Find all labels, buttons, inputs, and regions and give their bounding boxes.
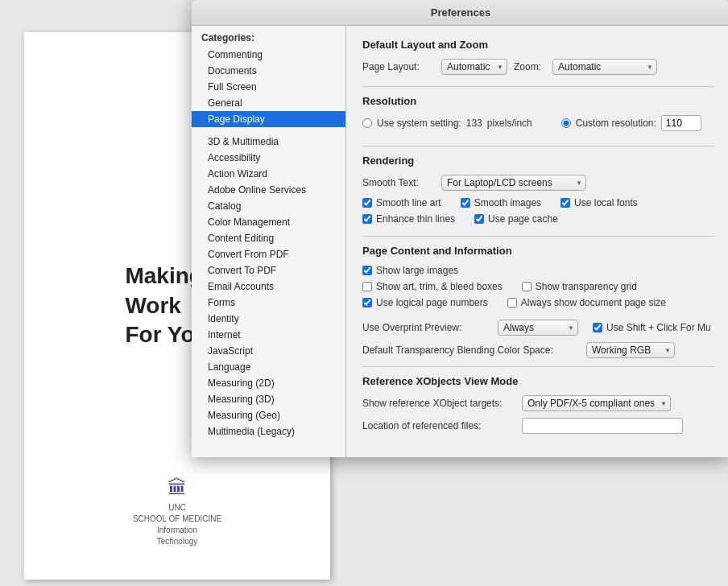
use-page-cache-item: Use page cache <box>474 213 558 225</box>
page-layout-select[interactable]: Automatic <box>441 59 507 75</box>
show-transparency-item: Show transparency grid <box>522 281 637 292</box>
use-page-cache-label: Use page cache <box>488 213 558 225</box>
always-show-page-size-label: Always show document page size <box>521 297 666 308</box>
page-content-row2: Show art, trim, & bleed boxes Show trans… <box>362 281 714 292</box>
bottom-category-list: 3D & Multimedia Accessibility Action Wiz… <box>192 134 345 440</box>
title-line2: Work <box>125 293 181 318</box>
use-shift-checkbox[interactable] <box>593 323 602 332</box>
use-logical-page-item: Use logical page numbers <box>362 297 488 308</box>
show-targets-row: Show reference XObject targets: Only PDF… <box>362 395 714 411</box>
divider-4 <box>362 366 714 367</box>
overprint-select[interactable]: Always <box>498 320 578 336</box>
zoom-select-wrapper: Automatic <box>552 59 657 75</box>
sidebar-item-measuring-3d[interactable]: Measuring (3D) <box>192 391 345 407</box>
custom-resolution-label: Custom resolution: <box>576 118 656 129</box>
use-system-radio[interactable] <box>362 118 372 128</box>
show-transparency-label: Show transparency grid <box>536 281 637 292</box>
smooth-text-select-wrapper: For Laptop/LCD screens <box>441 175 586 191</box>
sidebar-item-action-wizard[interactable]: Action Wizard <box>192 166 345 182</box>
preferences-titlebar: Preferences <box>192 0 728 26</box>
layout-zoom-title: Default Layout and Zoom <box>362 39 714 51</box>
sidebar-item-measuring-2d[interactable]: Measuring (2D) <box>192 375 345 391</box>
page-layout-label: Page Layout: <box>362 61 435 72</box>
sidebar-item-convert-to-pdf[interactable]: Convert To PDF <box>192 262 345 279</box>
enhance-thin-lines-label: Enhance thin lines <box>376 213 455 225</box>
sidebar-item-3d-multimedia[interactable]: 3D & Multimedia <box>192 134 345 150</box>
show-large-images-label: Show large images <box>376 265 458 276</box>
sidebar-item-catalog[interactable]: Catalog <box>192 198 345 214</box>
rendering-title: Rendering <box>362 155 714 167</box>
sidebar-item-page-display[interactable]: Page Display <box>192 111 345 127</box>
smooth-text-label: Smooth Text: <box>362 177 435 188</box>
zoom-select[interactable]: Automatic <box>552 59 657 75</box>
location-row: Location of referenced files: <box>362 418 714 434</box>
document-logo: 🏛 UNCSCHOOL OF MEDICINEInformationTechno… <box>133 477 221 547</box>
custom-resolution-input[interactable] <box>661 115 701 131</box>
show-large-images-checkbox[interactable] <box>362 266 372 275</box>
unc-logo-icon: 🏛 <box>168 477 187 499</box>
enhance-thin-lines-checkbox[interactable] <box>362 214 372 224</box>
use-page-cache-checkbox[interactable] <box>474 214 484 224</box>
transparency-select[interactable]: Working RGB <box>586 342 675 358</box>
preferences-body: Categories: Commenting Documents Full Sc… <box>192 26 728 457</box>
sidebar-item-language[interactable]: Language <box>192 359 345 375</box>
page-layout-select-wrapper: Automatic <box>441 59 507 75</box>
transparency-select-wrapper: Working RGB <box>586 342 675 358</box>
use-logical-page-checkbox[interactable] <box>362 298 372 307</box>
page-content-row1: Show large images <box>362 265 714 276</box>
show-targets-label: Show reference XObject targets: <box>362 398 515 409</box>
enhance-thin-lines-item: Enhance thin lines <box>362 213 455 225</box>
use-local-fonts-label: Use local fonts <box>574 197 638 208</box>
always-show-page-size-item: Always show document page size <box>507 297 666 308</box>
use-local-fonts-checkbox[interactable] <box>560 198 570 208</box>
show-art-trim-item: Show art, trim, & bleed boxes <box>362 281 503 292</box>
sidebar-item-accessibility[interactable]: Accessibility <box>192 150 345 166</box>
always-show-page-size-checkbox[interactable] <box>507 298 517 307</box>
smooth-images-item: Smooth images <box>461 197 541 208</box>
show-targets-select[interactable]: Only PDF/X-5 compliant ones <box>522 395 671 411</box>
use-logical-page-label: Use logical page numbers <box>376 297 488 308</box>
sidebar-item-full-screen[interactable]: Full Screen <box>192 79 345 95</box>
sidebar-item-identity[interactable]: Identity <box>192 311 345 327</box>
preferences-content: Default Layout and Zoom Page Layout: Aut… <box>346 26 728 457</box>
sidebar-item-general[interactable]: General <box>192 95 345 111</box>
reference-xobjects-section: Reference XObjects View Mode Show refere… <box>362 375 714 434</box>
sidebar-item-multimedia-legacy[interactable]: Multimedia (Legacy) <box>192 423 345 440</box>
sidebar-item-convert-from-pdf[interactable]: Convert From PDF <box>192 246 345 262</box>
use-shift-label: Use Shift + Click For Mu <box>606 322 711 333</box>
divider-2 <box>362 146 714 146</box>
show-large-images-item: Show large images <box>362 265 458 276</box>
pixels-label: pixels/inch <box>487 118 532 129</box>
location-input[interactable] <box>522 418 683 434</box>
divider-1 <box>362 86 714 87</box>
sidebar-item-internet[interactable]: Internet <box>192 327 345 343</box>
overprint-row: Use Overprint Preview: Always Use Shift … <box>362 320 714 336</box>
sidebar-item-commenting[interactable]: Commenting <box>192 47 345 63</box>
sidebar-item-email-accounts[interactable]: Email Accounts <box>192 279 345 295</box>
sidebar-header: Categories: <box>192 26 345 47</box>
show-transparency-checkbox[interactable] <box>522 282 532 291</box>
sidebar-item-javascript[interactable]: JavaScript <box>192 343 345 359</box>
resolution-title: Resolution <box>362 95 714 107</box>
use-local-fonts-item: Use local fonts <box>560 197 638 208</box>
smooth-text-select[interactable]: For Laptop/LCD screens <box>441 175 586 191</box>
sidebar-item-color-management[interactable]: Color Management <box>192 214 345 230</box>
use-system-radio-group: Use system setting: 133 pixels/inch <box>362 118 532 129</box>
smooth-line-art-checkbox[interactable] <box>362 198 372 208</box>
window-title: Preferences <box>431 6 490 19</box>
overprint-select-wrapper: Always <box>498 320 578 336</box>
show-art-trim-checkbox[interactable] <box>362 282 372 291</box>
rendering-section: Rendering Smooth Text: For Laptop/LCD sc… <box>362 155 714 225</box>
sidebar-item-adobe-online[interactable]: Adobe Online Services <box>192 182 345 198</box>
sidebar-item-documents[interactable]: Documents <box>192 63 345 79</box>
resolution-row: Use system setting: 133 pixels/inch Cust… <box>362 115 714 134</box>
sidebar-item-measuring-geo[interactable]: Measuring (Geo) <box>192 407 345 423</box>
custom-resolution-radio[interactable] <box>561 118 571 128</box>
sidebar-item-forms[interactable]: Forms <box>192 295 345 311</box>
reference-xobjects-title: Reference XObjects View Mode <box>362 375 714 387</box>
sidebar-item-content-editing[interactable]: Content Editing <box>192 230 345 246</box>
layout-zoom-section: Default Layout and Zoom Page Layout: Aut… <box>362 39 714 75</box>
smooth-images-checkbox[interactable] <box>461 198 470 208</box>
system-value: 133 <box>466 118 482 129</box>
divider-3 <box>362 236 714 237</box>
